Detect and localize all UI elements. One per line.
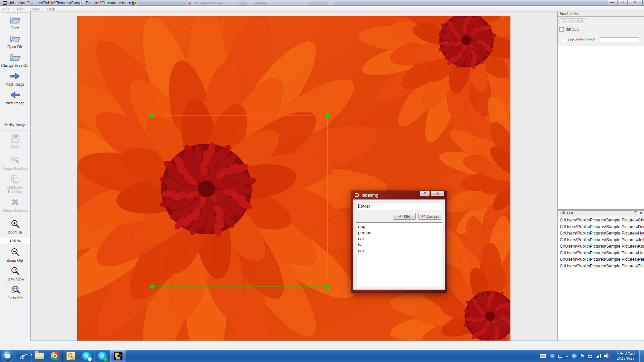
action-center-flag-icon[interactable]: ⚑ (580, 353, 585, 359)
fit-window-button[interactable]: Fit Window (0, 266, 30, 281)
label-input[interactable] (356, 203, 442, 210)
arrow-right-icon (10, 71, 20, 82)
close-button[interactable]: ✕ (628, 0, 643, 5)
change-save-dir-folder-icon (9, 52, 21, 63)
file-list-item[interactable]: C:\Users\Public\Pictures\Sample Pictures… (558, 230, 644, 237)
window-popup-icon[interactable] (558, 355, 562, 358)
use-default-label-row: Use default label (562, 37, 644, 43)
left-toolbar: Open Open Dir Change Save Dir Next Image (0, 11, 30, 341)
file-list-item[interactable]: C:\Users\Public\Pictures\Sample Pictures… (558, 256, 644, 263)
label-history-list[interactable]: dogpersoncattvcar (356, 222, 442, 286)
label-dialog: labelImg ? X ✔ OK ↶ Cancel dogpersoncatt… (351, 191, 447, 293)
float-panel-icon[interactable]: ❐ (634, 211, 637, 216)
show-hidden-icons-arrow[interactable]: ▲ (565, 354, 568, 358)
label-history-item[interactable]: person (358, 230, 442, 236)
chrome-icon (51, 352, 59, 360)
delete-rectbox-button[interactable]: Delete RectBox (0, 197, 30, 213)
keyboard-icon[interactable]: ⌨ (540, 353, 547, 359)
ghost-newtab-button (327, 1, 335, 5)
window-title: labelImg C:\Users\Public\Pictures\Sample… (10, 1, 137, 5)
taskbar-clock[interactable]: 下午 07:20 2017/9/27 (613, 351, 637, 361)
favicon (188, 2, 191, 5)
prev-image-button[interactable]: Prev Image (0, 90, 30, 105)
create-rectbox-button[interactable]: Create RectBox (0, 155, 30, 171)
file-list-item[interactable]: C:\Users\Public\Pictures\Sample Pictures… (558, 263, 644, 270)
label-history-item[interactable]: tv (358, 242, 442, 248)
dialog-body: ✔ OK ↶ Cancel dogpersoncattvcar (353, 199, 445, 290)
bbox-handle-bottom-right[interactable] (325, 285, 330, 289)
floppy-save-icon (10, 133, 20, 144)
default-label-input[interactable] (600, 37, 639, 43)
label-history-item[interactable]: dog (358, 224, 442, 230)
python-labelimg-icon: > (114, 352, 122, 360)
help-icon[interactable]: ? (550, 354, 555, 359)
ghost-tab-2: LabelImg x (247, 1, 310, 6)
bbox-handle-top-right[interactable] (325, 114, 330, 118)
outlook-icon (66, 352, 75, 360)
use-default-label-checkbox[interactable] (562, 38, 566, 42)
dialog-help-button[interactable]: ? (420, 191, 430, 196)
difficult-checkbox[interactable] (559, 27, 564, 32)
folder-icon (35, 353, 44, 359)
file-list-item[interactable]: C:\Users\Public\Pictures\Sample Pictures… (558, 217, 644, 224)
open-button[interactable]: Open (0, 14, 30, 30)
cancel-button[interactable]: ↶ Cancel (418, 213, 441, 220)
menu-bar: File Edit View Help (0, 6, 644, 11)
open-dir-folder-icon (9, 33, 21, 44)
zoom-out-button[interactable]: Zoom Out (0, 247, 30, 263)
zoom-in-button[interactable]: Zoom In (0, 219, 30, 235)
taskbar-chrome[interactable] (47, 350, 63, 362)
save-button[interactable]: Save (0, 133, 30, 149)
zoom-value-field[interactable]: 126 % (0, 238, 30, 244)
edit-label-button[interactable]: Edit Label (559, 18, 586, 24)
dialog-title-bar[interactable]: labelImg ? X (353, 191, 445, 199)
image-canvas[interactable] (30, 11, 557, 341)
windows-logo-icon (3, 351, 13, 361)
taskbar-labelimg-active[interactable]: > (110, 350, 126, 362)
label-history-item[interactable]: car (358, 248, 442, 254)
delete-x-icon (10, 197, 20, 208)
box-labels-header: Box Labels (558, 11, 644, 17)
close-panel-icon[interactable]: ✕ (639, 211, 642, 216)
bbox-handle-top-left[interactable] (150, 114, 154, 118)
taskbar-internet-explorer[interactable]: e (15, 350, 31, 362)
verify-image-button[interactable]: Verify Image (0, 111, 30, 127)
labelimg-dialog-icon (355, 193, 359, 197)
dialog-close-button[interactable]: X (431, 191, 445, 196)
file-list-item[interactable]: C:\Users\Public\Pictures\Sample Pictures… (558, 237, 644, 244)
duplicate-rectbox-button[interactable]: Duplicate RectBox (0, 174, 30, 194)
file-list-item[interactable]: C:\Users\Public\Pictures\Sample Pictures… (558, 224, 644, 230)
file-list-item[interactable]: C:\Users\Public\Pictures\Sample Pictures… (558, 250, 644, 257)
ok-button[interactable]: ✔ OK (393, 213, 416, 220)
change-save-dir-button[interactable]: Change Save Dir (0, 52, 30, 68)
label-history-item[interactable]: cat (358, 236, 442, 242)
next-image-button[interactable]: Next Image (0, 71, 30, 87)
file-list-header: File List ❐ ✕ (558, 210, 644, 216)
ghost-tab-1: The usage of the img x (186, 1, 240, 6)
magnifier-minus-icon (10, 247, 20, 258)
toolbar-drag-handle[interactable] (1, 12, 29, 13)
box-labels-list[interactable] (558, 46, 644, 210)
minimize-button[interactable]: — (607, 0, 617, 5)
open-dir-button[interactable]: Open Dir (0, 33, 30, 49)
show-desktop-button[interactable] (639, 350, 644, 362)
volume-muted-icon[interactable] (604, 353, 610, 359)
taskbar-skype[interactable]: S (79, 350, 94, 362)
close-icon: x (237, 1, 239, 6)
pencil-icon (561, 19, 565, 23)
dialog-title: labelImg (362, 193, 378, 198)
bounding-box[interactable] (152, 115, 328, 287)
bbox-handle-bottom-left[interactable] (150, 285, 154, 289)
fit-width-button[interactable]: Fit Width (0, 285, 30, 300)
power-plug-icon[interactable]: ▤ (588, 353, 592, 359)
taskbar-windows-explorer[interactable] (31, 350, 47, 362)
sync-icon[interactable]: ↻ (572, 354, 577, 359)
magnifier-fit-window-icon (10, 266, 20, 276)
network-signal-icon[interactable] (596, 354, 601, 358)
start-button[interactable] (0, 350, 15, 362)
file-list-item[interactable]: C:\Users\Public\Pictures\Sample Pictures… (558, 243, 644, 250)
taskbar-skype-secondary[interactable]: S✓ (94, 350, 110, 362)
restore-button[interactable]: ❐ (617, 0, 628, 5)
taskbar-outlook[interactable] (63, 350, 79, 362)
file-list[interactable]: C:\Users\Public\Pictures\Sample Pictures… (558, 216, 644, 341)
